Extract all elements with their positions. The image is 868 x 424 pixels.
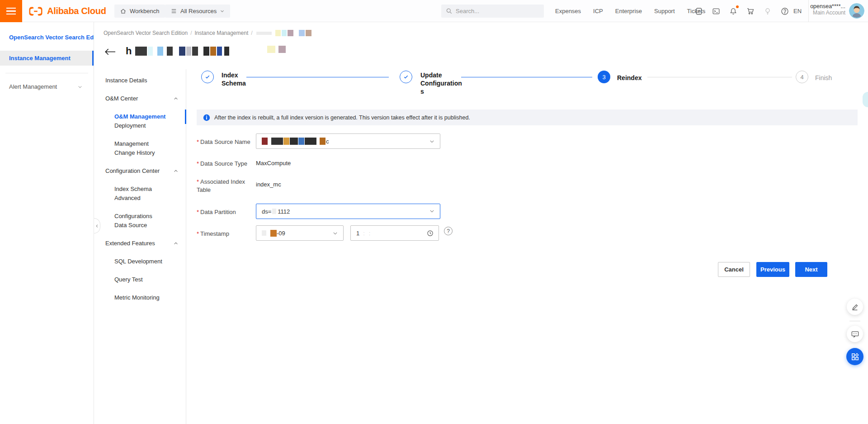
help-icon[interactable] <box>781 7 789 15</box>
data-partition-select[interactable]: ds= 1112 <box>256 204 440 219</box>
banner-text: After the index is rebuilt, a full index… <box>214 114 470 121</box>
label: Extended Features <box>105 234 155 252</box>
label: Metric Monitoring <box>114 289 160 307</box>
home-icon <box>120 8 127 14</box>
breadcrumb-item-2[interactable]: Instance Management <box>194 30 248 36</box>
bell-icon[interactable] <box>729 7 737 15</box>
next-button[interactable]: Next <box>795 262 827 277</box>
step1-check-icon <box>201 71 214 83</box>
select-value-suffix: c <box>326 138 329 145</box>
breadcrumb: OpenSearch Vector Search Edition / Insta… <box>104 30 311 36</box>
account-name: opensea****... <box>810 3 845 10</box>
timestamp-help-icon[interactable]: ? <box>444 227 453 235</box>
redacted-breadcrumb-text <box>256 30 311 36</box>
main-content: Index Schema Update Configurations 3 Rei… <box>186 69 868 424</box>
product-sidebar: OpenSearch Vector Search Edition Instanc… <box>0 22 94 424</box>
stack-icon <box>170 8 177 14</box>
label: SQL Development <box>114 252 162 271</box>
expenses-link[interactable]: Expenses <box>555 8 581 14</box>
submenu-item-advanced-configurations[interactable]: Advanced Configurations <box>94 198 186 216</box>
timestamp-time-input[interactable]: 1 :: <box>350 225 439 241</box>
previous-button[interactable]: Previous <box>756 262 789 277</box>
submenu-item-deployment-management[interactable]: Deployment Management <box>94 126 186 144</box>
submenu-item-metric-monitoring[interactable]: Metric Monitoring <box>94 289 186 307</box>
avatar[interactable] <box>849 3 864 19</box>
data-source-name-select[interactable]: c <box>256 133 440 149</box>
chevron-down-icon <box>220 9 225 14</box>
all-resources-button[interactable]: All Resources <box>165 5 230 18</box>
search-input[interactable] <box>456 8 533 14</box>
redacted-block <box>272 209 276 214</box>
chevron-down-icon <box>332 230 338 236</box>
required-marker: * <box>197 178 199 185</box>
language-switch[interactable]: EN <box>793 0 802 22</box>
mobile-app-icon[interactable]: P <box>695 7 703 15</box>
chevron-up-icon <box>173 241 179 246</box>
clock-icon <box>427 230 434 237</box>
data-partition-label: *Data Partition <box>197 208 255 216</box>
chevron-up-icon <box>173 168 179 174</box>
cart-icon[interactable] <box>746 7 755 15</box>
app-grid-button[interactable] <box>846 348 863 365</box>
redacted-floating-blocks <box>267 46 286 53</box>
enterprise-link[interactable]: Enterprise <box>615 8 642 14</box>
alert-management-label: Alert Management <box>9 83 57 90</box>
time-value: 1 <box>356 230 359 237</box>
timestamp-label: *Timestamp <box>197 230 255 238</box>
submenu-item-change-history[interactable]: Change History <box>94 144 186 162</box>
account-type: Main Account <box>810 10 845 16</box>
float-divider <box>849 321 860 321</box>
lightbulb-icon[interactable] <box>764 7 772 15</box>
page-title-visible-text: h <box>126 45 132 57</box>
required-marker: * <box>197 209 199 215</box>
label: Query Test <box>114 271 143 289</box>
submenu-group-extended-features[interactable]: Extended Features <box>94 234 186 252</box>
breadcrumb-separator: / <box>190 30 192 36</box>
submenu-item-instance-details[interactable]: Instance Details <box>94 71 186 90</box>
breadcrumb-item-1[interactable]: OpenSearch Vector Search Edition <box>104 30 188 36</box>
submenu-item-query-test[interactable]: Query Test <box>94 271 186 289</box>
global-search[interactable] <box>441 5 544 18</box>
sidebar-item-alert-management[interactable]: Alert Management <box>0 79 94 94</box>
sidebar-item-instance-management[interactable]: Instance Management <box>0 51 94 66</box>
label: Change History <box>114 144 155 162</box>
associated-index-table-value: index_mc <box>256 181 281 188</box>
required-marker: * <box>197 138 199 145</box>
sidebar-product-title[interactable]: OpenSearch Vector Search Edition <box>0 22 94 41</box>
submenu-item-sql-development[interactable]: SQL Development <box>94 252 186 271</box>
page-header: OpenSearch Vector Search Edition / Insta… <box>94 22 868 69</box>
cloud-shell-icon[interactable] <box>712 7 720 15</box>
step3-label: Reindex <box>617 74 659 82</box>
all-resources-label: All Resources <box>180 8 217 14</box>
support-link[interactable]: Support <box>654 8 675 14</box>
search-icon <box>446 8 453 14</box>
icp-link[interactable]: ICP <box>593 8 603 14</box>
submenu-group-om-center[interactable]: O&M Center <box>94 90 186 108</box>
hamburger-menu-icon[interactable] <box>0 0 22 22</box>
data-source-name-label: *Data Source Name <box>197 138 255 146</box>
timestamp-date-select[interactable]: -09 <box>256 225 344 241</box>
workbench-button[interactable]: Workbench <box>114 5 165 18</box>
required-marker: * <box>197 160 199 167</box>
sidebar-divider <box>5 73 88 73</box>
chevron-down-icon <box>429 138 435 144</box>
label: Instance Details <box>105 71 147 90</box>
svg-text:P: P <box>698 9 700 13</box>
chevron-up-icon <box>173 96 179 101</box>
label: Data Source <box>114 216 147 234</box>
chevron-down-icon <box>77 84 83 90</box>
submenu-group-configuration-center[interactable]: Configuration Center <box>94 162 186 180</box>
feedback-pencil-button[interactable] <box>847 299 863 315</box>
alibaba-cloud-logo[interactable]: Alibaba Cloud <box>28 0 106 22</box>
redacted-block <box>270 230 277 237</box>
submenu-item-data-source[interactable]: Data Source <box>94 216 186 234</box>
instance-submenu: Instance Details O&M Center O&M Manageme… <box>94 69 186 424</box>
title-row: h <box>104 45 286 57</box>
chat-button[interactable] <box>847 326 863 342</box>
step-connector <box>647 77 792 77</box>
cancel-button[interactable]: Cancel <box>718 262 750 277</box>
back-arrow-icon[interactable] <box>104 47 116 56</box>
alibaba-logo-icon <box>28 6 43 17</box>
account-info[interactable]: opensea****... Main Account <box>810 3 845 16</box>
required-marker: * <box>197 230 199 237</box>
